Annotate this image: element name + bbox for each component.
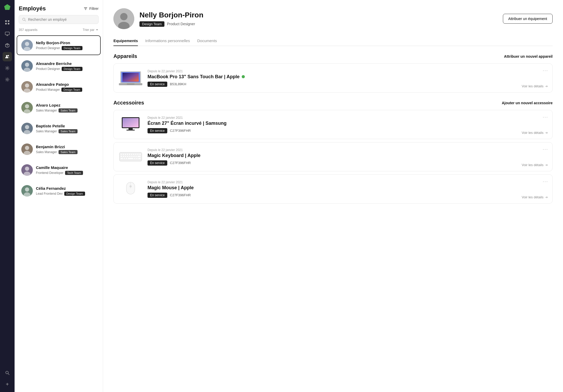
macbook-name: MacBook Pro 13" Sans Touch Bar | Apple [148, 74, 547, 80]
svg-rect-67 [137, 154, 139, 155]
svg-rect-65 [133, 154, 135, 155]
employee-avatar [21, 81, 33, 93]
keyboard-details: Depuis le 22 janvier 2021 Magic Keyboard… [148, 148, 547, 166]
chevron-down-icon [95, 28, 99, 31]
arrow-right-icon [545, 195, 548, 199]
search-container [15, 15, 103, 27]
svg-line-15 [8, 374, 9, 375]
svg-rect-80 [126, 158, 127, 159]
monitor-date: Depuis le 22 janvier 2021 [148, 116, 547, 120]
macbook-more-icon[interactable]: ··· [543, 68, 548, 73]
svg-point-40 [25, 167, 29, 171]
employee-item-7[interactable]: Camille Maquaire Frontend Developer Tech… [17, 160, 101, 180]
profile-details: Nelly Borjon-Piron Design Team Product D… [139, 11, 203, 27]
add-accessory-button[interactable]: Ajouter un nouvel accessoire [502, 101, 553, 105]
accessories-header: Accessoires Ajouter un nouvel accessoire [113, 100, 553, 106]
nav-gear-icon[interactable] [3, 75, 12, 84]
keyboard-more-icon[interactable]: ··· [543, 147, 548, 152]
svg-rect-72 [127, 156, 129, 157]
employee-meta: 357 appareils Trier par [15, 27, 103, 34]
employee-info: Camille Maquaire Frontend Developer Tech… [36, 165, 96, 175]
assign-equipment-button[interactable]: Attribuer un équipement [503, 14, 553, 24]
arrow-right-icon [545, 163, 548, 167]
macbook-date: Depuis le 22 janvier 2021 [148, 69, 547, 73]
filter-button[interactable]: Filtrer [84, 6, 99, 11]
tab-info-personnelles[interactable]: Informations personnelles [145, 36, 190, 46]
nav-grid-icon[interactable] [3, 18, 12, 27]
svg-point-22 [25, 42, 29, 46]
tab-equipements[interactable]: Equipements [113, 36, 138, 46]
employee-name: Alexandre Berriche [36, 61, 96, 66]
nav-monitor-icon[interactable] [3, 29, 12, 38]
svg-rect-66 [135, 154, 137, 155]
svg-rect-81 [128, 158, 133, 159]
employee-item-4[interactable]: Alvaro Lopez Sales Manager Sales Team [17, 98, 101, 117]
mouse-status-row: En service C27F396FHR [148, 193, 547, 198]
mouse-see-details[interactable]: Voir les détails [522, 195, 548, 199]
svg-rect-76 [135, 156, 137, 157]
nav-add-icon[interactable]: + [3, 380, 12, 389]
mouse-status-badge: En service [148, 193, 167, 198]
employee-info: Célia Fernandez Lead Frontend Dev Design… [36, 186, 96, 196]
svg-rect-69 [120, 156, 122, 157]
tab-documents[interactable]: Documents [197, 36, 217, 46]
employee-name: Alvaro Lopez [36, 103, 96, 107]
svg-rect-55 [123, 118, 139, 127]
employee-avatar [21, 143, 33, 155]
employee-info: Nelly Borjon-Piron Product Designer Desi… [36, 41, 96, 50]
search-icon [22, 17, 26, 22]
svg-rect-62 [127, 154, 128, 155]
monitor-more-icon[interactable]: ··· [543, 114, 548, 120]
accessories-section: Accessoires Ajouter un nouvel accessoire [113, 100, 553, 204]
employee-item-2[interactable]: Alexandre Berriche Product Designer Desi… [17, 56, 101, 76]
team-badge: Tech Team [65, 171, 83, 175]
sort-button[interactable]: Trier par [83, 28, 99, 32]
employee-item-3[interactable]: Alexandre Patego Product Manager Design … [17, 77, 101, 97]
employee-item-8[interactable]: Célia Fernandez Lead Frontend Dev Design… [17, 181, 101, 201]
nav-box-icon[interactable] [3, 41, 12, 50]
keyboard-name: Magic Keyboard | Apple [148, 153, 547, 158]
svg-rect-73 [129, 156, 131, 157]
app-logo[interactable] [3, 3, 11, 11]
employee-item-1[interactable]: Nelly Borjon-Piron Product Designer Desi… [17, 35, 101, 55]
assign-device-button[interactable]: Attribuer un nouvel appareil [504, 54, 553, 58]
monitor-status-badge: En service [148, 128, 167, 133]
keyboard-card: Depuis le 22 janvier 2021 Magic Keyboard… [113, 142, 553, 171]
keyboard-status-badge: En service [148, 160, 167, 166]
nav-search-icon[interactable] [3, 368, 12, 377]
employee-role: Sales Manager Sales Team [36, 150, 96, 154]
monitor-actions: ··· [543, 114, 548, 120]
team-badge: Design Team [61, 88, 82, 92]
monitor-see-details[interactable]: Voir les détails [522, 131, 548, 135]
macbook-see-details[interactable]: Voir les détails [522, 84, 548, 88]
mouse-details: Depuis le 22 janvier 2021 Magic Mouse | … [148, 180, 547, 198]
search-box[interactable] [19, 15, 99, 24]
employee-role: Sales Manager Sales Team [36, 108, 96, 113]
keyboard-see-details[interactable]: Voir les détails [522, 163, 548, 167]
svg-rect-82 [134, 158, 136, 159]
profile-tags: Design Team Product Designer [139, 21, 203, 27]
employee-item-5[interactable]: Baptiste Petelle Sales Manager Sales Tea… [17, 119, 101, 138]
svg-point-11 [8, 55, 9, 56]
mouse-icon [125, 181, 136, 197]
mouse-date: Depuis le 22 janvier 2021 [148, 180, 547, 184]
svg-rect-61 [125, 154, 126, 155]
svg-point-14 [6, 371, 8, 374]
employee-item-6[interactable]: Benjamin Brizzi Sales Manager Sales Team [17, 139, 101, 159]
mouse-card: Depuis le 22 janvier 2021 Magic Mouse | … [113, 174, 553, 204]
nav-settings-icon[interactable] [3, 63, 12, 73]
employee-role: Product Manager Design Team [36, 88, 96, 92]
svg-rect-5 [5, 32, 9, 35]
mouse-serial: C27F396FHR [170, 193, 191, 197]
appareils-section: Appareils Attribuer un nouvel appareil [113, 53, 553, 93]
svg-point-28 [25, 83, 29, 88]
nav-sidebar: + [0, 0, 15, 392]
svg-point-46 [120, 13, 127, 20]
employee-info: Alexandre Patego Product Manager Design … [36, 82, 96, 92]
macbook-icon [119, 70, 142, 86]
search-input[interactable] [28, 17, 95, 22]
svg-point-43 [25, 187, 29, 192]
mouse-more-icon[interactable]: ··· [543, 179, 548, 184]
employee-avatar [21, 60, 33, 72]
nav-people-icon[interactable] [3, 52, 12, 61]
